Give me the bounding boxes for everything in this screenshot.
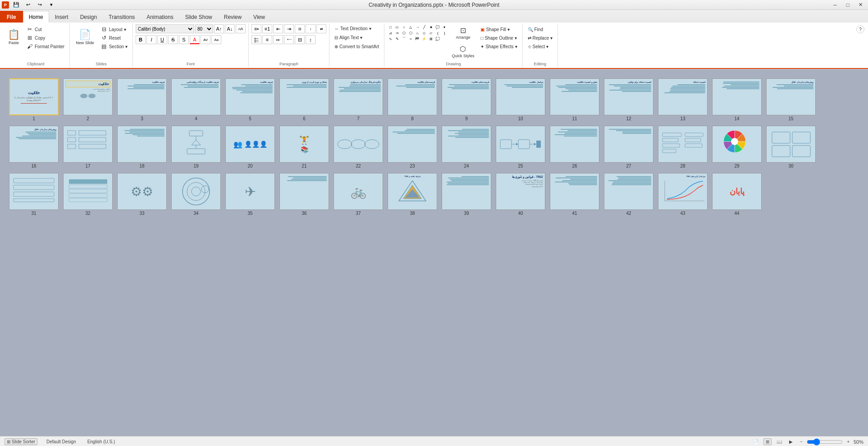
balloon-shape[interactable]: 💭: [434, 36, 441, 41]
slide-thumb-19[interactable]: 19: [171, 126, 221, 168]
save-button[interactable]: 💾: [12, 1, 21, 9]
equation-shape[interactable]: =: [407, 36, 414, 41]
brace-shape[interactable]: {: [434, 30, 441, 36]
strikethrough-button[interactable]: S: [168, 35, 178, 44]
copy-button[interactable]: ⊞ Copy: [24, 34, 67, 42]
format-painter-button[interactable]: 🖌 Format Painter: [24, 42, 67, 50]
shape-effects-button[interactable]: ✦ Shape Effects ▾: [478, 42, 519, 50]
star-shape[interactable]: ★: [428, 24, 434, 30]
tab-insert[interactable]: Insert: [49, 11, 74, 23]
tab-animations[interactable]: Animations: [141, 11, 179, 23]
slide-thumb-32[interactable]: 32: [63, 173, 113, 216]
arc-shape[interactable]: ⌒: [401, 36, 407, 41]
quick-styles-button[interactable]: ⬡ Quick Styles: [448, 43, 477, 61]
slide-thumb-12[interactable]: اهمیت خداداد برای توانایی12: [604, 78, 653, 121]
clear-format-button[interactable]: ⎌A: [236, 24, 246, 33]
font-color-button[interactable]: A: [190, 35, 200, 44]
slide-thumb-4[interactable]: تعریف خلاقیت از دیدگاه روانشناسی4: [171, 78, 221, 121]
italic-button[interactable]: I: [146, 35, 156, 44]
slide-thumb-38[interactable]: شرایط خلاصه بر TRIZ38: [388, 173, 437, 216]
slide-thumb-6[interactable]: هداف و دوری کردن از دوری6: [279, 78, 329, 121]
paste-button[interactable]: 📋 Paste: [5, 24, 23, 50]
slide-sorter-view-button[interactable]: ⊞ Slide Sorter: [5, 438, 37, 445]
replace-button[interactable]: ⇄ Replace ▾: [525, 34, 555, 42]
hexagon-shape[interactable]: ⬡: [407, 30, 414, 36]
slide-thumb-9[interactable]: قرصت‌های خلاقیت9: [442, 78, 491, 121]
slide-thumb-1[interactable]: خلاقیت• نا با دستی هایتان از هواداری سا …: [9, 78, 59, 121]
curve-shape[interactable]: ∿: [387, 36, 393, 41]
bold-button[interactable]: B: [136, 35, 146, 44]
zoom-in-button[interactable]: +: [845, 438, 852, 445]
trapezoid-shape[interactable]: ⏢: [414, 30, 420, 36]
callout-shape[interactable]: 💬: [434, 24, 441, 30]
char-spacing-button[interactable]: AV: [201, 35, 210, 44]
new-slide-button[interactable]: 📄 New Slide: [73, 24, 97, 50]
slide-thumb-29[interactable]: 29: [712, 126, 762, 168]
slide-thumb-10[interactable]: دو اصل خلاقیت10: [496, 78, 545, 121]
slide-thumb-28[interactable]: 28: [658, 126, 708, 168]
align-text-button[interactable]: ⊟ Align Text ▾: [332, 33, 365, 41]
zoom-out-button[interactable]: −: [798, 438, 805, 445]
pentagon-shape[interactable]: ⬠: [401, 30, 407, 36]
tab-review[interactable]: Review: [218, 11, 247, 23]
slide-thumb-7[interactable]: چگونه فرهنگ سازمانی می‌دواری7: [333, 78, 383, 121]
ribbon-shape[interactable]: ⛿: [414, 36, 420, 41]
rounded-rect-shape[interactable]: ▭: [394, 24, 400, 30]
shape-fill-button[interactable]: ▣ Shape Fill ▾: [478, 25, 519, 33]
slide-thumb-34[interactable]: 34: [171, 173, 221, 216]
increase-font-button[interactable]: A↑: [214, 24, 224, 33]
bracket-shape[interactable]: }: [441, 30, 448, 36]
slide-thumb-41[interactable]: 41: [550, 173, 599, 216]
slide-thumb-37[interactable]: 🚲37: [333, 173, 383, 216]
numbering-button[interactable]: ≡1: [262, 24, 272, 33]
slide-thumb-44[interactable]: پایان44: [712, 173, 762, 216]
action-shape[interactable]: ⚡: [421, 36, 427, 41]
columns-button[interactable]: ⊟: [295, 35, 305, 44]
slide-thumb-42[interactable]: 42: [604, 173, 653, 216]
minimize-button[interactable]: ─: [829, 1, 841, 9]
slide-thumb-15[interactable]: روش‌های سازمان خلاق15: [766, 78, 816, 121]
slide-thumb-33[interactable]: ⚙⚙33: [117, 173, 167, 216]
slide-thumb-21[interactable]: 🏋️📚21: [279, 126, 329, 168]
flowchart-shape[interactable]: ⊞: [428, 36, 434, 41]
redo-button[interactable]: ↪: [35, 1, 44, 9]
slide-thumb-11[interactable]: نقش و اهمیت خلاقیت11: [550, 78, 599, 121]
select-button[interactable]: ⊹ Select ▾: [525, 42, 555, 50]
underline-button[interactable]: U: [157, 35, 167, 44]
slide-thumb-17[interactable]: 17: [63, 126, 113, 168]
tab-home[interactable]: Home: [23, 11, 49, 23]
slide-thumb-25[interactable]: 25: [496, 126, 545, 168]
slide-thumb-22[interactable]: 22: [333, 126, 383, 168]
slide-thumb-26[interactable]: 26: [550, 126, 599, 168]
language-button[interactable]: English (U.S.): [85, 438, 118, 445]
slide-thumb-43[interactable]: نمو تعادل کاربردهای TRIZ43: [658, 173, 708, 216]
convert-smartart-button[interactable]: ⊕ Convert to SmartArt: [332, 42, 381, 50]
slide-thumb-30[interactable]: 30: [766, 126, 816, 168]
justify-button[interactable]: ⬳: [284, 35, 294, 44]
oval-shape[interactable]: ○: [401, 24, 407, 30]
slide-thumb-27[interactable]: 27: [604, 126, 653, 168]
line-shape[interactable]: ╱: [421, 24, 427, 30]
find-button[interactable]: 🔍 Find: [525, 25, 555, 33]
font-name-select[interactable]: Calibri (Body): [136, 24, 194, 33]
undo-button[interactable]: ↩: [23, 1, 32, 9]
freeform-shape[interactable]: ✎: [394, 36, 400, 41]
triangle-shape[interactable]: △: [407, 24, 414, 30]
text-direction-button[interactable]: ↔ Text Direction ▾: [332, 24, 374, 32]
cut-button[interactable]: ✂ Cut: [24, 25, 67, 33]
slide-thumb-8[interactable]: قرصت‌های خلاقیت8: [388, 78, 437, 121]
slideshow-button[interactable]: ▶: [787, 438, 795, 445]
sorter-view-button[interactable]: ⊞: [763, 438, 772, 445]
smartart-bullets-button[interactable]: ⊟: [295, 24, 305, 33]
font-size-select[interactable]: 80: [195, 24, 213, 33]
block-arrow[interactable]: ⇒: [394, 30, 400, 36]
zoom-slider[interactable]: [807, 439, 843, 445]
align-right-button[interactable]: ⬰: [273, 35, 283, 44]
line-spacing-button[interactable]: ↕: [306, 35, 315, 44]
arrow-shape[interactable]: →: [414, 24, 420, 30]
slide-thumb-3[interactable]: تعریف خلاقیت3: [117, 78, 167, 121]
arrange-button[interactable]: ⊡ Arrange: [448, 24, 477, 42]
slide-thumb-31[interactable]: 31: [9, 173, 59, 216]
normal-view-button[interactable]: 📄: [751, 438, 761, 445]
help-button[interactable]: ?: [856, 25, 864, 33]
